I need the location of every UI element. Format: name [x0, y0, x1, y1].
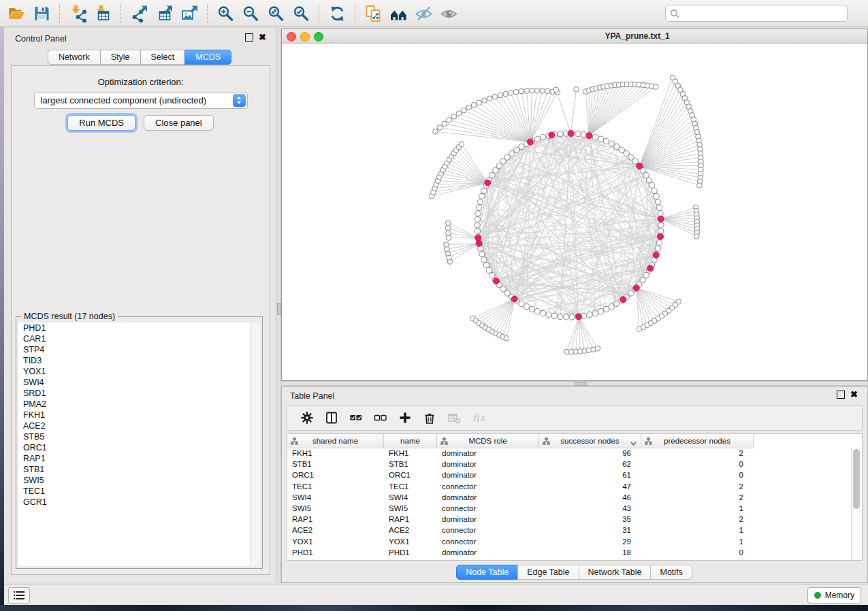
toolbar-zoom-out-button[interactable] — [238, 3, 263, 24]
mcds-result-item[interactable]: RAP1 — [18, 453, 260, 464]
tab-network[interactable]: Network — [48, 50, 101, 65]
mcds-result-item[interactable]: STP4 — [18, 344, 260, 355]
window-maximize-button[interactable] — [314, 32, 323, 42]
network-graph[interactable] — [282, 44, 867, 381]
cell-predecessor-nodes: 1 — [641, 538, 754, 546]
mcds-result-item[interactable]: SRD1 — [18, 388, 260, 399]
column-label: successor nodes — [560, 437, 619, 445]
cell-name: ORC1 — [384, 471, 437, 479]
delete-table-button — [444, 409, 464, 427]
run-mcds-button[interactable]: Run MCDS — [67, 115, 135, 131]
delete-row-button[interactable] — [419, 409, 440, 427]
table-row[interactable]: ACE2ACE2connector311 — [287, 525, 852, 535]
float-panel-icon[interactable] — [245, 33, 253, 42]
toolbar-save-button[interactable] — [29, 3, 54, 24]
network-canvas[interactable] — [282, 44, 867, 380]
search-input[interactable] — [683, 8, 843, 19]
toolbar-import-network-button[interactable] — [65, 3, 91, 24]
scrollbar-thumb[interactable] — [853, 449, 860, 509]
window-close-button[interactable] — [287, 32, 296, 42]
table-row[interactable]: STB1STB1dominator620 — [287, 459, 852, 469]
toolbar-zoom-in-button[interactable] — [213, 3, 238, 24]
mcds-result-item[interactable]: ACE2 — [18, 420, 260, 431]
toolbar-first-neighbors-button[interactable] — [386, 3, 411, 24]
vertical-splitter[interactable] — [276, 28, 281, 583]
close-panel-icon[interactable]: ✖ — [850, 391, 858, 398]
toolbar-zoom-selected-button[interactable] — [289, 3, 314, 24]
deselect-all-button[interactable] — [370, 409, 391, 427]
window-minimize-button[interactable] — [300, 32, 310, 42]
cell-name: RAP1 — [384, 515, 437, 523]
split-panel-button[interactable] — [321, 409, 342, 427]
tab-edge-table[interactable]: Edge Table — [517, 565, 579, 580]
toolbar-export-table-button[interactable] — [152, 3, 177, 24]
mcds-result-item[interactable]: STB5 — [18, 431, 260, 442]
mcds-result-item[interactable]: YOX1 — [18, 366, 260, 377]
column-header-name[interactable]: name — [384, 434, 437, 448]
cell-predecessor-nodes: 0 — [641, 460, 754, 468]
close-panel-icon[interactable]: ✖ — [259, 34, 266, 41]
table-row[interactable]: YOX1YOX1connector291 — [287, 536, 852, 547]
control-panel-tabs: NetworkStyleSelectMCDS — [4, 50, 276, 65]
table-row[interactable]: ORC1ORC1dominator610 — [287, 469, 852, 480]
mcds-result-item[interactable]: PHD1 — [18, 323, 260, 333]
mcds-result-item[interactable]: FKH1 — [18, 410, 260, 420]
mcds-result-item[interactable]: PMA2 — [18, 399, 260, 410]
search-field[interactable] — [665, 5, 848, 22]
table-row[interactable]: FKH1FKH1dominator962 — [287, 448, 852, 459]
mcds-result-item[interactable]: CAR1 — [18, 333, 260, 344]
mcds-result-item[interactable]: TID3 — [18, 355, 260, 366]
import-network-icon — [69, 5, 87, 22]
toolbar-export-image-button[interactable] — [177, 3, 202, 24]
tab-select[interactable]: Select — [140, 50, 186, 65]
mcds-result-list[interactable]: PHD1CAR1STP4TID3YOX1SWI4SRD1PMA2FKH1ACE2… — [18, 323, 260, 566]
memory-button[interactable]: Memory — [807, 587, 861, 604]
settings-button[interactable] — [297, 409, 317, 427]
close-panel-button[interactable]: Close panel — [144, 115, 214, 131]
column-label: shared name — [312, 437, 358, 445]
toolbar-import-table-button[interactable] — [91, 3, 116, 24]
first-neighbors-icon — [389, 5, 408, 22]
mcds-result-item[interactable]: STB1 — [18, 464, 260, 475]
column-label: predecessor nodes — [664, 437, 730, 445]
add-row-button[interactable] — [395, 409, 415, 427]
mcds-result-item[interactable]: ORC1 — [18, 442, 260, 453]
tab-network-table[interactable]: Network Table — [579, 565, 652, 580]
column-header-MCDS-role[interactable]: MCDS role — [437, 434, 539, 448]
toolbar-show-graphics-details-button[interactable] — [436, 3, 462, 24]
toolbar-hide-selected-button[interactable] — [411, 3, 436, 24]
mcds-result-item[interactable]: GCR1 — [18, 497, 260, 508]
table-row[interactable]: SWI4SWI4dominator462 — [287, 492, 852, 503]
mcds-list-scrollbar[interactable] — [251, 323, 260, 566]
tab-node-table[interactable]: Node Table — [456, 565, 518, 580]
cell-successor-nodes: 35 — [539, 515, 641, 523]
column-header-successor-nodes[interactable]: successor nodes — [539, 434, 641, 448]
toolbar-open-button[interactable] — [4, 3, 29, 24]
select-all-button[interactable] — [346, 409, 366, 427]
task-history-button[interactable] — [8, 587, 30, 604]
cell-successor-nodes: 43 — [539, 504, 641, 512]
column-header-shared-name[interactable]: shared name — [287, 434, 384, 448]
tab-style[interactable]: Style — [100, 50, 141, 65]
mcds-result-item[interactable]: SWI5 — [18, 475, 260, 486]
new-network-from-selection-icon — [364, 5, 383, 22]
toolbar-export-network-button[interactable] — [127, 3, 152, 24]
splitter-grip[interactable] — [575, 382, 587, 386]
toolbar-new-network-from-selection-button[interactable] — [361, 3, 386, 24]
float-panel-icon[interactable] — [837, 391, 845, 399]
table-row[interactable]: SWI5SWI5connector431 — [287, 503, 852, 514]
column-header-predecessor-nodes[interactable]: predecessor nodes — [641, 434, 754, 448]
horizontal-splitter[interactable] — [281, 381, 868, 386]
mcds-result-item[interactable]: TEC1 — [18, 486, 260, 497]
table-scrollbar[interactable] — [851, 448, 862, 560]
mcds-result-item[interactable]: SWI4 — [18, 377, 260, 388]
tab-mcds[interactable]: MCDS — [184, 50, 231, 65]
tab-motifs[interactable]: Motifs — [650, 565, 692, 580]
table-row[interactable]: TEC1TEC1connector472 — [287, 481, 852, 492]
toolbar-zoom-fit-button[interactable] — [263, 3, 289, 24]
table-row[interactable]: RAP1RAP1dominator352 — [287, 514, 852, 525]
criterion-dropdown[interactable]: largest connected component (undirected) — [34, 92, 248, 109]
table-toolbar: f(x) — [287, 405, 863, 431]
toolbar-apply-layout-button[interactable] — [325, 3, 350, 24]
table-row[interactable]: PHD1PHD1dominator180 — [287, 547, 852, 558]
